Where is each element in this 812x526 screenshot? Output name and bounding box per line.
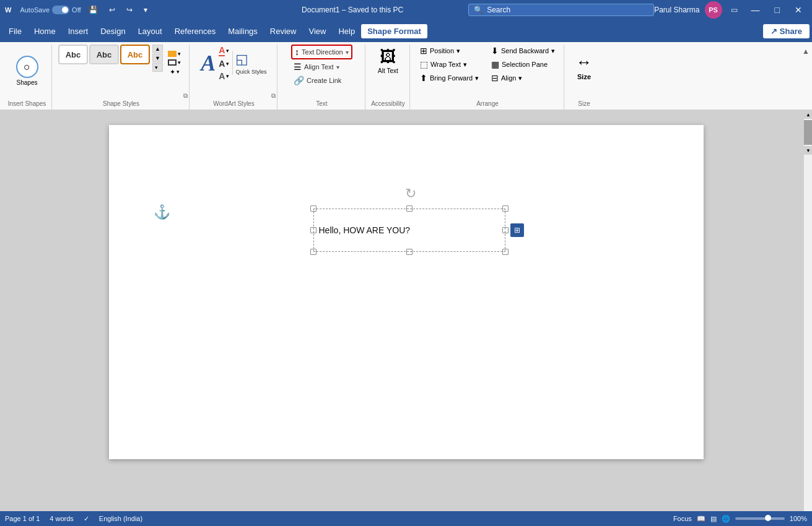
text-effects-arrow[interactable]: ▾ [226, 73, 229, 79]
text-effects-button[interactable]: A ▾ [218, 71, 230, 82]
alt-text-icon: 🖼 [380, 47, 396, 66]
focus-label[interactable]: Focus [673, 515, 692, 522]
shape-effects-button[interactable]: ✦ ▾ [165, 67, 184, 77]
minimize-button[interactable]: — [746, 0, 765, 20]
textbox[interactable]: Hello, HOW ARE YOU? [313, 209, 505, 252]
fill-dropdown-arrow[interactable]: ▾ [178, 51, 181, 57]
zoom-thumb [765, 515, 771, 521]
menu-home[interactable]: Home [28, 24, 62, 38]
menu-references[interactable]: References [168, 24, 222, 38]
bring-forward-arrow[interactable]: ▾ [475, 74, 479, 82]
wrap-text-button[interactable]: ⬚ Wrap Text ▾ [416, 58, 482, 71]
save-button[interactable]: 💾 [85, 4, 102, 15]
shapes-label: Shapes [17, 79, 38, 86]
maximize-button[interactable]: □ [770, 0, 785, 20]
shapes-button[interactable]: ○ Shapes [12, 53, 42, 88]
menu-help[interactable]: Help [332, 24, 361, 38]
shape-fill-group: ▾ ▾ ✦ ▾ [165, 50, 184, 77]
menu-shape-format[interactable]: Shape Format [361, 24, 427, 38]
text-fill-arrow[interactable]: ▾ [226, 48, 229, 54]
outline-dropdown-arrow[interactable]: ▾ [178, 59, 181, 66]
undo-button[interactable]: ↩ [105, 4, 119, 15]
size-icon: ↔ [576, 53, 592, 72]
align-button[interactable]: ⊟ Align ▾ [487, 72, 559, 84]
text-fill-button[interactable]: A ▾ [218, 45, 230, 57]
align-text-arrow[interactable]: ▾ [336, 64, 339, 71]
menu-review[interactable]: Review [264, 24, 303, 38]
text-direction-button[interactable]: ↕ Text Direction ▾ [291, 45, 352, 59]
menu-view[interactable]: View [302, 24, 332, 38]
size-group: ↔ Size Size [565, 45, 603, 110]
zoom-level[interactable]: 100% [790, 515, 807, 522]
shapes-icon: ○ [16, 56, 38, 78]
text-outline-button[interactable]: A ▾ [218, 58, 230, 69]
alt-text-button[interactable]: 🖼 Alt Text [374, 45, 402, 77]
send-backward-button[interactable]: ⬇ Send Backward ▾ [487, 45, 559, 57]
ribbon-toggle-button[interactable]: ▭ [727, 4, 741, 15]
layout-options-icon[interactable]: ⊞ [510, 223, 524, 237]
view-read-button[interactable]: 📖 [697, 515, 705, 523]
menu-insert[interactable]: Insert [62, 24, 95, 38]
view-print-button[interactable]: ▤ [710, 515, 717, 523]
create-link-label: Create Link [307, 77, 341, 84]
effects-icon: ✦ [170, 68, 175, 76]
close-button[interactable]: ✕ [790, 0, 807, 20]
text-direction-arrow[interactable]: ▾ [346, 49, 349, 56]
vertical-scrollbar[interactable]: ▲ ▼ [803, 110, 812, 511]
share-button[interactable]: ↗ Share [763, 24, 810, 38]
effects-dropdown-arrow[interactable]: ▾ [177, 69, 180, 75]
scroll-thumb[interactable] [804, 120, 812, 145]
menu-mailings[interactable]: Mailings [222, 24, 264, 38]
proofing-icon[interactable]: ✓ [84, 515, 89, 523]
align-arrow[interactable]: ▾ [518, 74, 522, 82]
quick-styles-button[interactable]: ◱ [235, 51, 266, 67]
shape-styles-expand[interactable]: ⧉ [183, 92, 188, 100]
arrange-col1: ⊞ Position ▾ ⬚ Wrap Text ▾ ⬆ Bring Forwa… [416, 45, 482, 84]
arrange-label: Arrange [411, 100, 564, 107]
position-button[interactable]: ⊞ Position ▾ [416, 45, 482, 57]
menu-file[interactable]: File [2, 24, 28, 38]
scroll-up-button[interactable]: ▲ [804, 110, 812, 119]
align-text-button[interactable]: ☰ Align Text ▾ [291, 61, 352, 73]
arrange-group: ⊞ Position ▾ ⬚ Wrap Text ▾ ⬆ Bring Forwa… [411, 45, 564, 110]
shape-styles-group: Abc Abc Abc ▲ ▼ ▾ ▾ [53, 45, 190, 110]
autosave-toggle[interactable]: AutoSave Off [20, 6, 81, 14]
send-backward-arrow[interactable]: ▾ [551, 47, 555, 55]
create-link-button[interactable]: 🔗 Create Link [291, 74, 352, 87]
send-backward-icon: ⬇ [491, 46, 499, 56]
bring-forward-button[interactable]: ⬆ Bring Forward ▾ [416, 72, 482, 84]
alt-text-label: Alt Text [378, 67, 398, 74]
search-bar[interactable]: 🔍 Search [468, 4, 654, 16]
user-avatar[interactable]: PS [705, 1, 722, 19]
shape-style-2[interactable]: Abc [89, 45, 119, 64]
shape-style-3[interactable]: Abc [120, 45, 150, 64]
shape-fill-button[interactable]: ▾ [165, 50, 184, 58]
anchor-icon: ⚓ [154, 204, 170, 220]
outline-color-swatch [168, 59, 177, 66]
ribbon-collapse-button[interactable]: ▲ [802, 47, 810, 56]
selection-pane-button[interactable]: ▦ Selection Pane [487, 58, 559, 71]
text-direction-icon: ↕ [295, 47, 299, 57]
style-scroll[interactable]: ▲ ▼ ▾ [151, 45, 163, 72]
menu-layout[interactable]: Layout [132, 24, 168, 38]
wordart-a-icon[interactable]: A [201, 50, 216, 76]
view-web-button[interactable]: 🌐 [722, 515, 730, 523]
rotate-handle[interactable]: ↻ [405, 186, 416, 202]
text-buttons: ↕ Text Direction ▾ ☰ Align Text ▾ 🔗 Crea… [291, 45, 352, 87]
wordart-expand[interactable]: ⧉ [271, 92, 276, 100]
zoom-slider[interactable] [735, 517, 785, 520]
shape-style-1[interactable]: Abc [58, 45, 88, 64]
size-label: Size [577, 73, 591, 80]
autosave-switch[interactable] [52, 6, 69, 14]
menu-design[interactable]: Design [94, 24, 131, 38]
quick-styles-group: ◱ Quick Styles [232, 51, 266, 75]
redo-button[interactable]: ↪ [123, 4, 136, 15]
customize-button[interactable]: ▾ [140, 4, 151, 15]
language[interactable]: English (India) [99, 515, 142, 522]
wrap-text-arrow[interactable]: ▾ [463, 61, 467, 69]
text-outline-arrow[interactable]: ▾ [226, 61, 229, 67]
scroll-down-button[interactable]: ▼ [804, 146, 812, 155]
position-arrow[interactable]: ▾ [456, 47, 460, 55]
shape-outline-button[interactable]: ▾ [165, 59, 184, 66]
size-button[interactable]: ↔ Size [572, 50, 596, 83]
